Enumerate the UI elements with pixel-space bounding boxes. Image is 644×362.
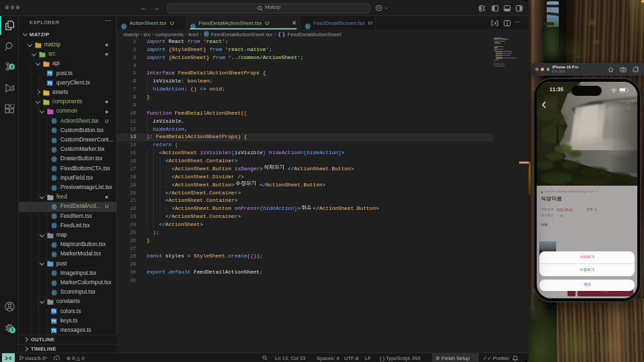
svg-text:TS: TS bbox=[48, 81, 52, 85]
svg-text:TS: TS bbox=[52, 319, 56, 323]
svg-text:TS: TS bbox=[52, 328, 56, 333]
svg-text:TS: TS bbox=[52, 310, 56, 314]
svg-text:TS: TS bbox=[48, 72, 52, 76]
